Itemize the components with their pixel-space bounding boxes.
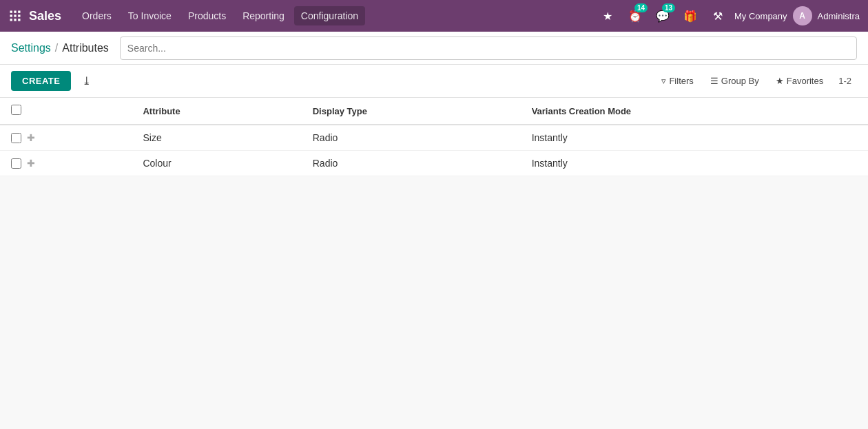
groupby-button[interactable]: ☰ Group By bbox=[703, 72, 766, 90]
breadcrumb-current: Attributes bbox=[62, 42, 109, 54]
breadcrumb-parent[interactable]: Settings bbox=[11, 42, 51, 54]
filters-label: Filters bbox=[669, 76, 693, 86]
svg-rect-4 bbox=[14, 14, 16, 17]
svg-rect-6 bbox=[10, 19, 12, 21]
select-all-header[interactable] bbox=[0, 98, 132, 125]
clock-icon-btn[interactable]: ⏰ 14 bbox=[624, 5, 646, 27]
user-name[interactable]: Administra bbox=[818, 11, 860, 21]
pagination-info: 1-2 bbox=[833, 76, 857, 86]
table-row[interactable]: ✚ Colour Radio Instantly bbox=[0, 151, 868, 176]
breadcrumb-separator: / bbox=[55, 42, 58, 54]
company-name[interactable]: My Company bbox=[734, 11, 787, 21]
svg-rect-7 bbox=[14, 19, 16, 21]
nav-products[interactable]: Products bbox=[181, 6, 233, 25]
table-container: Attribute Display Type Variants Creation… bbox=[0, 98, 868, 176]
chat-icon-btn[interactable]: 💬 13 bbox=[652, 5, 674, 27]
row-2-variants-mode: Instantly bbox=[521, 151, 868, 176]
attributes-table: Attribute Display Type Variants Creation… bbox=[0, 98, 868, 176]
column-variants-creation-mode: Variants Creation Mode bbox=[521, 98, 868, 125]
top-bar: Settings / Attributes bbox=[0, 32, 868, 65]
breadcrumb: Settings / Attributes bbox=[11, 42, 109, 54]
svg-rect-2 bbox=[18, 11, 20, 13]
grid-menu-icon[interactable] bbox=[8, 9, 22, 23]
chat-badge: 13 bbox=[662, 3, 675, 12]
column-attribute: Attribute bbox=[132, 98, 301, 125]
row-1-variants-mode: Instantly bbox=[521, 125, 868, 151]
filter-icon: ▿ bbox=[661, 76, 666, 86]
row-1-checkbox-cell[interactable]: ✚ bbox=[0, 125, 132, 151]
search-input[interactable] bbox=[127, 43, 849, 54]
drag-handle-icon[interactable]: ✚ bbox=[27, 158, 35, 169]
row-2-checkbox[interactable] bbox=[11, 158, 21, 169]
action-bar-right: ▿ Filters ☰ Group By ★ Favorites 1-2 bbox=[654, 72, 857, 90]
svg-rect-8 bbox=[18, 19, 20, 21]
nav-menu: Orders To Invoice Products Reporting Con… bbox=[75, 6, 597, 25]
row-2-checkbox-cell[interactable]: ✚ bbox=[0, 151, 132, 176]
svg-rect-3 bbox=[10, 14, 12, 17]
create-button[interactable]: CREATE bbox=[11, 71, 71, 91]
gift-icon-btn[interactable]: 🎁 bbox=[679, 5, 701, 27]
row-1-attribute: Size bbox=[132, 125, 301, 151]
drag-handle-icon[interactable]: ✚ bbox=[27, 132, 35, 143]
star-icon-btn[interactable]: ★ bbox=[597, 5, 619, 27]
favorites-star-icon: ★ bbox=[776, 76, 784, 86]
favorites-label: Favorites bbox=[787, 76, 823, 86]
avatar[interactable]: A bbox=[793, 6, 812, 25]
search-bar[interactable] bbox=[120, 36, 857, 60]
groupby-label: Group By bbox=[721, 76, 759, 86]
tools-icon-btn[interactable]: ⚒ bbox=[707, 5, 729, 27]
column-display-type: Display Type bbox=[302, 98, 521, 125]
svg-rect-1 bbox=[14, 11, 16, 13]
nav-to-invoice[interactable]: To Invoice bbox=[121, 6, 178, 25]
save-button[interactable]: ⤓ bbox=[76, 70, 96, 92]
row-2-attribute: Colour bbox=[132, 151, 301, 176]
table-row[interactable]: ✚ Size Radio Instantly bbox=[0, 125, 868, 151]
groupby-icon: ☰ bbox=[710, 76, 719, 86]
nav-reporting[interactable]: Reporting bbox=[236, 6, 291, 25]
clock-badge: 14 bbox=[634, 3, 648, 12]
action-bar: CREATE ⤓ ▿ Filters ☰ Group By ★ Favorite… bbox=[0, 65, 868, 98]
row-1-checkbox[interactable] bbox=[11, 133, 21, 143]
row-2-display-type: Radio bbox=[302, 151, 521, 176]
page-content bbox=[0, 176, 868, 429]
nav-orders[interactable]: Orders bbox=[75, 6, 118, 25]
select-all-checkbox[interactable] bbox=[11, 105, 21, 115]
navbar-right: ★ ⏰ 14 💬 13 🎁 ⚒ My Company A Administra bbox=[597, 5, 860, 27]
favorites-button[interactable]: ★ Favorites bbox=[769, 72, 830, 90]
svg-rect-0 bbox=[10, 11, 12, 13]
row-1-display-type: Radio bbox=[302, 125, 521, 151]
nav-configuration[interactable]: Configuration bbox=[294, 6, 365, 25]
navbar: Sales Orders To Invoice Products Reporti… bbox=[0, 0, 868, 32]
svg-rect-5 bbox=[18, 14, 20, 17]
filters-button[interactable]: ▿ Filters bbox=[654, 72, 700, 90]
app-brand[interactable]: Sales bbox=[29, 9, 61, 23]
